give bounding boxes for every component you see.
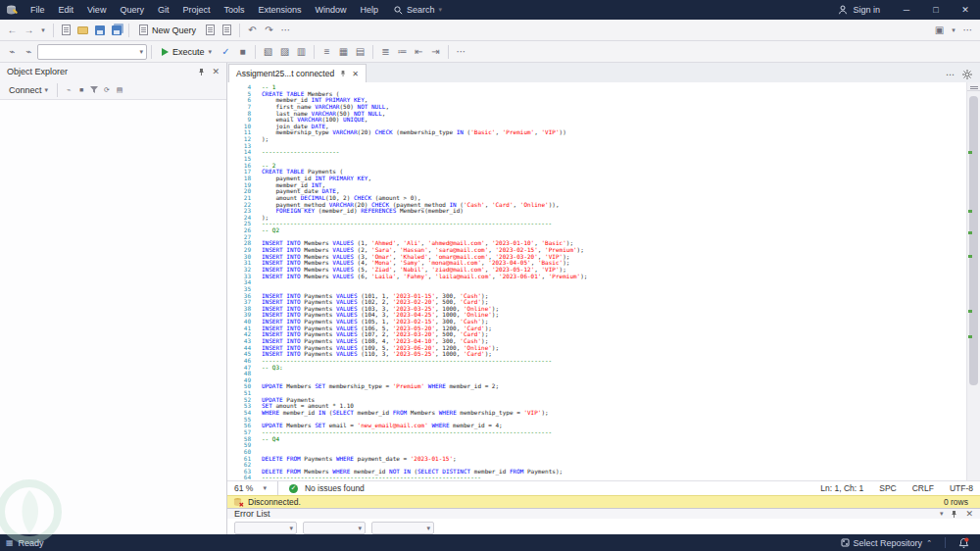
select-repository-label: Select Repository bbox=[854, 538, 923, 548]
disconnected-message: Disconnected. bbox=[248, 497, 301, 507]
maximize-button[interactable]: □ bbox=[921, 0, 951, 20]
vertical-scrollbar[interactable] bbox=[966, 82, 980, 480]
pin-icon[interactable] bbox=[197, 68, 206, 76]
navigate-dropdown-icon[interactable]: ▾ bbox=[37, 22, 49, 38]
menu-item-git[interactable]: Git bbox=[151, 0, 176, 20]
results-to-grid-icon[interactable]: ▦ bbox=[335, 43, 352, 60]
execute-button[interactable]: Execute ▾ bbox=[156, 45, 218, 59]
results-to-file-icon[interactable]: ▤ bbox=[352, 43, 368, 60]
connect-database-icon[interactable]: ⌁ bbox=[4, 43, 21, 60]
message-filter-dropdown[interactable]: ▾ bbox=[371, 522, 434, 534]
object-explorer-header[interactable]: Object Explorer ✕ bbox=[0, 63, 226, 80]
pin-icon[interactable] bbox=[339, 70, 347, 77]
live-query-stats-icon[interactable]: ▨ bbox=[276, 43, 293, 60]
navigate-forward-icon[interactable]: → bbox=[21, 22, 37, 38]
space-mode[interactable]: SPC bbox=[879, 483, 896, 493]
error-list-title: Error List bbox=[234, 509, 270, 519]
connect-button[interactable]: Connect ▾ bbox=[5, 85, 52, 95]
search-control[interactable]: Search ▾ bbox=[385, 5, 451, 15]
error-list-toolbar: ▾ ▾ ▾ bbox=[227, 519, 980, 534]
close-panel-icon[interactable]: ✕ bbox=[965, 509, 973, 519]
menu-item-query[interactable]: Query bbox=[113, 0, 151, 20]
menu-item-view[interactable]: View bbox=[80, 0, 113, 20]
uncomment-selection-icon[interactable]: ≔ bbox=[394, 43, 411, 60]
object-explorer-title: Object Explorer bbox=[7, 67, 68, 76]
close-button[interactable]: ✕ bbox=[951, 0, 980, 20]
browser-dropdown-icon[interactable]: ▾ bbox=[948, 22, 959, 38]
database-combobox[interactable]: ▾ bbox=[37, 44, 147, 60]
new-query-button[interactable]: New Query bbox=[133, 23, 202, 37]
pin-icon[interactable] bbox=[950, 510, 958, 519]
open-file-icon[interactable] bbox=[74, 22, 91, 38]
error-list-header[interactable]: Error List ▾ ✕ bbox=[227, 509, 980, 519]
error-list-panel: Error List ▾ ✕ ▾ ▾ ▾ bbox=[227, 508, 980, 534]
toolbar-separator bbox=[239, 24, 240, 37]
menu-item-extensions[interactable]: Extensions bbox=[251, 0, 308, 20]
tab-overflow-icon[interactable]: ⋯ bbox=[946, 70, 955, 79]
minimize-button[interactable]: ─ bbox=[892, 0, 921, 20]
stop-icon[interactable]: ■ bbox=[75, 81, 87, 98]
notifications-bell-button[interactable] bbox=[954, 534, 974, 551]
filter-icon[interactable] bbox=[88, 81, 100, 98]
properties-icon[interactable]: ▤ bbox=[114, 81, 125, 98]
web-browser-icon[interactable]: ▣ bbox=[931, 22, 948, 38]
chevron-down-icon: ▾ bbox=[139, 48, 143, 56]
save-all-icon[interactable] bbox=[108, 22, 124, 38]
close-tab-icon[interactable]: ✕ bbox=[352, 70, 359, 78]
change-connection-icon[interactable]: ⌁ bbox=[21, 43, 37, 60]
toolbar-separator bbox=[448, 45, 449, 59]
toolbar-options-icon[interactable]: ⋯ bbox=[959, 22, 976, 38]
increase-indent-icon[interactable]: ⇥ bbox=[427, 43, 444, 60]
menu-item-help[interactable]: Help bbox=[354, 0, 386, 20]
sql-editor[interactable]: 4567891011121314151617181920212223242526… bbox=[227, 82, 980, 480]
chevron-down-icon[interactable]: ▾ bbox=[940, 510, 944, 518]
cancel-query-icon[interactable]: ■ bbox=[234, 43, 251, 60]
menu-item-file[interactable]: File bbox=[24, 0, 52, 20]
object-explorer-toolbar: Connect ▾ ⌁ ■ ⟳ ▤ bbox=[0, 80, 226, 100]
issues-label[interactable]: No issues found bbox=[305, 483, 365, 493]
change-annotation-tick bbox=[968, 255, 972, 258]
connect-label: Connect bbox=[9, 85, 42, 95]
menu-item-project[interactable]: Project bbox=[175, 0, 217, 20]
settings-gear-icon[interactable] bbox=[962, 70, 972, 79]
encoding[interactable]: UTF-8 bbox=[950, 483, 973, 493]
refresh-icon[interactable]: ⟳ bbox=[101, 81, 113, 98]
close-panel-icon[interactable]: ✕ bbox=[212, 67, 220, 76]
caret-position[interactable]: Ln: 1, Ch: 1 bbox=[820, 483, 863, 493]
client-stats-icon[interactable]: ▥ bbox=[293, 43, 310, 60]
disconnect-icon[interactable]: ⌁ bbox=[63, 81, 74, 98]
navigate-back-icon[interactable]: ← bbox=[4, 22, 21, 38]
sign-in-button[interactable]: Sign in bbox=[826, 0, 892, 20]
save-icon[interactable] bbox=[91, 22, 108, 38]
chevron-down-icon: ▾ bbox=[209, 48, 213, 56]
split-pane-grip[interactable] bbox=[967, 82, 980, 91]
change-annotation-tick bbox=[968, 310, 972, 313]
menu-item-window[interactable]: Window bbox=[308, 0, 353, 20]
redo-icon[interactable]: ↷ bbox=[261, 22, 277, 38]
undo-icon[interactable]: ↶ bbox=[244, 22, 261, 38]
open-query-icon[interactable] bbox=[219, 22, 235, 38]
menu-item-tools[interactable]: Tools bbox=[217, 0, 251, 20]
line-ending[interactable]: CRLF bbox=[912, 483, 934, 493]
new-notebook-icon[interactable] bbox=[202, 22, 219, 38]
warning-filter-dropdown[interactable]: ▾ bbox=[303, 522, 366, 534]
parse-check-icon[interactable]: ✓ bbox=[218, 43, 234, 60]
editor-toolbar-overflow-icon[interactable]: ⋯ bbox=[453, 43, 469, 60]
new-file-icon[interactable] bbox=[58, 22, 74, 38]
results-to-text-icon[interactable]: ≡ bbox=[318, 43, 335, 60]
object-explorer-tree[interactable] bbox=[0, 100, 226, 534]
toolbar-separator bbox=[372, 45, 373, 59]
toolbar-overflow-icon[interactable]: ⋯ bbox=[277, 22, 294, 38]
zoom-control[interactable]: 61 % ▾ bbox=[234, 483, 267, 493]
select-repository-button[interactable]: Select Repository ⌃ bbox=[836, 534, 937, 551]
menu-item-edit[interactable]: Edit bbox=[52, 0, 81, 20]
search-icon bbox=[394, 6, 403, 15]
ready-label: Ready bbox=[19, 538, 44, 548]
document-tab[interactable]: Assigment25...t connected ✕ bbox=[228, 64, 367, 82]
error-filter-dropdown[interactable]: ▾ bbox=[234, 522, 297, 534]
estimated-plan-icon[interactable]: ▧ bbox=[260, 43, 276, 60]
code-area[interactable]: -- 1CREATE TABLE Members ( member_id INT… bbox=[255, 82, 966, 480]
scrollbar-thumb[interactable] bbox=[969, 96, 978, 385]
decrease-indent-icon[interactable]: ⇤ bbox=[411, 43, 427, 60]
comment-selection-icon[interactable]: ≣ bbox=[377, 43, 394, 60]
